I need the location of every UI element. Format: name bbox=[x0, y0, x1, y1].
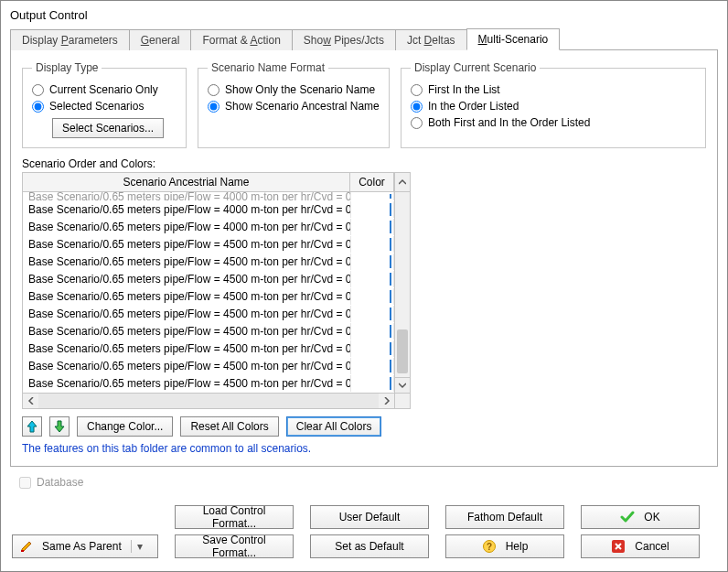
group-display-current-scenario: Display Current Scenario First In the Li… bbox=[401, 61, 706, 148]
group-current-scenario-legend: Display Current Scenario bbox=[411, 61, 540, 74]
dropdown-icon: ▾ bbox=[131, 540, 143, 553]
database-checkbox-input bbox=[19, 477, 31, 489]
table-row[interactable]: Base Scenario/0.65 meters pipe/Flow = 45… bbox=[23, 375, 394, 393]
clear-all-colors-button[interactable]: Clear All Colors bbox=[286, 416, 382, 437]
chevron-left-icon bbox=[27, 397, 35, 405]
table-row[interactable]: Base Scenario/0.65 meters pipe/Flow = 45… bbox=[23, 236, 394, 254]
save-control-format-button[interactable]: Save Control Format... bbox=[175, 534, 294, 558]
scenario-name-cell: Base Scenario/0.65 meters pipe/Flow = 45… bbox=[23, 290, 350, 303]
change-color-button[interactable]: Change Color... bbox=[77, 416, 173, 437]
scenario-name-cell: Base Scenario/0.65 meters pipe/Flow = 45… bbox=[23, 255, 350, 268]
scenario-name-cell: Base Scenario/0.65 meters pipe/Flow = 45… bbox=[23, 308, 350, 320]
svg-rect-0 bbox=[21, 550, 24, 552]
scroll-down-button[interactable] bbox=[395, 377, 410, 393]
scenario-color-cell[interactable] bbox=[350, 254, 394, 270]
tab-jct-deltas[interactable]: Jct Deltas bbox=[395, 29, 467, 50]
move-up-button[interactable] bbox=[22, 416, 42, 437]
table-row[interactable]: Base Scenario/0.65 meters pipe/Flow = 45… bbox=[23, 323, 394, 340]
scrollbar-thumb[interactable] bbox=[397, 329, 408, 373]
group-display-type-legend: Display Type bbox=[32, 61, 102, 74]
scenario-color-cell[interactable] bbox=[350, 236, 394, 253]
scenario-color-cell[interactable] bbox=[350, 201, 394, 218]
move-down-button[interactable] bbox=[49, 416, 70, 437]
scenario-color-cell[interactable] bbox=[350, 306, 394, 322]
scenario-color-cell[interactable] bbox=[350, 288, 394, 305]
group-display-type: Display Type Current Scenario Only Selec… bbox=[22, 61, 187, 148]
scenario-color-cell[interactable] bbox=[350, 271, 394, 287]
check-icon bbox=[620, 510, 635, 524]
table-row[interactable]: Base Scenario/0.65 meters pipe/Flow = 45… bbox=[23, 254, 394, 271]
same-as-parent-button[interactable]: Same As Parent ▾ bbox=[12, 534, 158, 558]
radio-in-order-listed[interactable]: In the Order Listed bbox=[411, 100, 696, 113]
help-icon: ? bbox=[482, 539, 497, 554]
group-scenario-name-format: Scenario Name Format Show Only the Scena… bbox=[198, 61, 390, 148]
vertical-scrollbar[interactable] bbox=[394, 192, 410, 393]
footer: Database Same As Parent ▾ Load Control F… bbox=[1, 467, 727, 571]
cancel-button[interactable]: Cancel bbox=[581, 534, 700, 558]
radio-selected-scenarios[interactable]: Selected Scenarios bbox=[32, 100, 177, 113]
scenario-color-cell[interactable] bbox=[350, 323, 394, 340]
arrow-up-icon bbox=[27, 420, 37, 433]
ok-button[interactable]: OK bbox=[581, 505, 700, 529]
chevron-up-icon bbox=[399, 178, 406, 186]
radio-show-only-name[interactable]: Show Only the Scenario Name bbox=[208, 83, 380, 96]
chevron-right-icon bbox=[383, 397, 391, 405]
radio-current-scenario-only[interactable]: Current Scenario Only bbox=[32, 83, 177, 96]
output-control-window: Output Control Display Parameters Genera… bbox=[0, 0, 728, 572]
scenario-grid: Scenario Ancestrial Name Color Base Scen… bbox=[22, 172, 411, 409]
common-to-all-note: The features on this tab folder are comm… bbox=[22, 442, 706, 455]
table-row[interactable]: Base Scenario/0.65 meters pipe/Flow = 45… bbox=[23, 288, 394, 306]
radio-both-first-and-order[interactable]: Both First and In the Order Listed bbox=[411, 116, 696, 129]
reset-all-colors-button[interactable]: Reset All Colors bbox=[180, 416, 278, 437]
scroll-up-button[interactable] bbox=[394, 173, 410, 191]
load-control-format-button[interactable]: Load Control Format... bbox=[175, 505, 294, 529]
tab-format-action[interactable]: Format & Action bbox=[190, 29, 292, 50]
set-as-default-button[interactable]: Set as Default bbox=[310, 534, 429, 558]
col-header-color[interactable]: Color bbox=[350, 173, 394, 191]
scenario-name-cell: Base Scenario/0.65 meters pipe/Flow = 45… bbox=[23, 325, 350, 338]
select-scenarios-button[interactable]: Select Scenarios... bbox=[52, 118, 164, 138]
pencil-icon bbox=[20, 540, 33, 553]
database-checkbox: Database bbox=[19, 476, 716, 489]
radio-show-ancestral-name[interactable]: Show Scenario Ancestral Name bbox=[208, 100, 380, 113]
close-icon bbox=[611, 539, 626, 554]
table-row[interactable]: Base Scenario/0.65 meters pipe/Flow = 45… bbox=[23, 340, 394, 358]
scenario-name-cell: Base Scenario/0.65 meters pipe/Flow = 45… bbox=[23, 238, 350, 251]
table-row[interactable]: Base Scenario/0.65 meters pipe/Flow = 45… bbox=[23, 271, 394, 288]
arrow-down-icon bbox=[54, 420, 65, 433]
table-row[interactable]: Base Scenario/0.65 meters pipe/Flow = 45… bbox=[23, 306, 394, 323]
table-row[interactable]: Base Scenario/0.65 meters pipe/Flow = 40… bbox=[23, 201, 394, 219]
radio-first-in-list[interactable]: First In the List bbox=[411, 83, 696, 96]
scenario-color-cell[interactable] bbox=[350, 358, 394, 374]
window-title: Output Control bbox=[1, 1, 727, 27]
grid-rows[interactable]: Base Scenario/0.65 meters pipe/Flow = 40… bbox=[23, 192, 394, 393]
user-default-button[interactable]: User Default bbox=[310, 505, 429, 529]
chevron-down-icon bbox=[399, 382, 406, 389]
tab-show-pipes-jcts[interactable]: Show Pipes/Jcts bbox=[292, 29, 396, 50]
fathom-default-button[interactable]: Fathom Default bbox=[445, 505, 564, 529]
scenario-name-cell: Base Scenario/0.65 meters pipe/Flow = 45… bbox=[23, 360, 350, 372]
tab-panel-multi-scenario: Display Type Current Scenario Only Selec… bbox=[10, 49, 718, 467]
tab-display-parameters[interactable]: Display Parameters bbox=[10, 29, 130, 50]
scroll-right-button[interactable] bbox=[379, 394, 394, 408]
col-header-name[interactable]: Scenario Ancestrial Name bbox=[23, 173, 350, 191]
scroll-corner bbox=[394, 394, 410, 408]
scenario-color-cell[interactable] bbox=[350, 192, 394, 200]
table-row[interactable]: Base Scenario/0.65 meters pipe/Flow = 40… bbox=[23, 219, 394, 236]
table-row[interactable]: Base Scenario/0.65 meters pipe/Flow = 45… bbox=[23, 358, 394, 375]
scenario-color-cell[interactable] bbox=[350, 340, 394, 357]
scenario-name-cell: Base Scenario/0.65 meters pipe/Flow = 45… bbox=[23, 377, 350, 390]
horizontal-scrollbar[interactable] bbox=[23, 393, 410, 408]
hscroll-track[interactable] bbox=[38, 394, 379, 408]
scenario-color-cell[interactable] bbox=[350, 219, 394, 235]
group-name-format-legend: Scenario Name Format bbox=[208, 61, 328, 74]
scroll-left-button[interactable] bbox=[23, 394, 38, 408]
scenario-name-cell: Base Scenario/0.65 meters pipe/Flow = 45… bbox=[23, 273, 350, 286]
tab-multi-scenario[interactable]: Multi-Scenario bbox=[466, 28, 561, 50]
table-row[interactable]: Base Scenario/0.65 meters pipe/Flow = 40… bbox=[23, 192, 394, 201]
tab-general[interactable]: General bbox=[129, 29, 192, 50]
scenario-name-cell: Base Scenario/0.65 meters pipe/Flow = 40… bbox=[23, 203, 350, 216]
scenario-color-cell[interactable] bbox=[350, 375, 394, 392]
help-button[interactable]: ? Help bbox=[445, 534, 564, 558]
scenario-name-cell: Base Scenario/0.65 meters pipe/Flow = 45… bbox=[23, 342, 350, 355]
